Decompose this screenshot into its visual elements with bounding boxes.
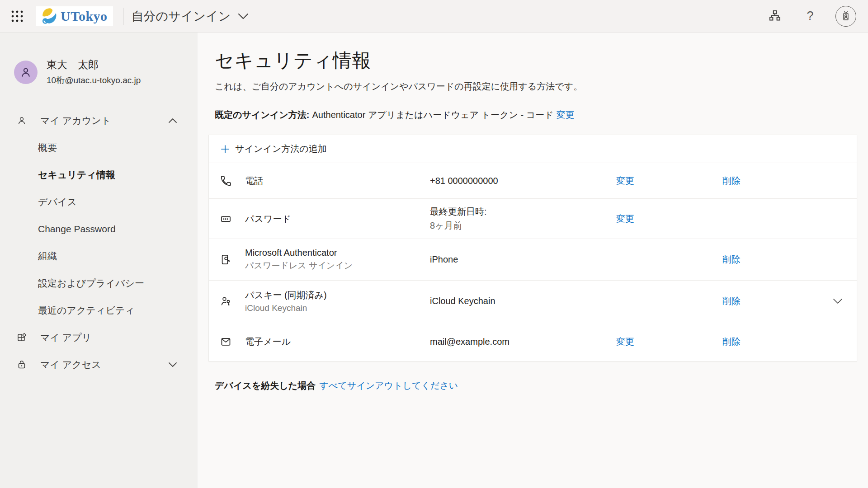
chevron-down-icon	[238, 13, 249, 19]
method-row-passkey: パスキー (同期済み) iCloud Keychain iCloud Keych…	[209, 281, 857, 322]
password-icon	[220, 213, 245, 225]
sidebar-item-label: マイ アプリ	[40, 331, 91, 344]
sidebar-item-my-account[interactable]: マイ アカウント	[0, 107, 198, 134]
sidebar-item-my-apps[interactable]: マイ アプリ	[0, 324, 198, 351]
chevron-up-icon[interactable]	[168, 118, 177, 123]
sidebar-item-recent-activity[interactable]: 最近のアクティビティ	[0, 297, 198, 324]
sidebar-item-overview[interactable]: 概要	[0, 134, 198, 161]
apps-icon	[16, 332, 28, 343]
account-avatar-button[interactable]	[835, 6, 856, 27]
sidebar-item-settings-privacy[interactable]: 設定およびプライバシー	[0, 270, 198, 297]
sign-out-everywhere-link[interactable]: すべてサインアウトしてください	[319, 380, 458, 392]
sidebar: 東大 太郎 10桁@utac.u-tokyo.ac.jp マイ アカウント	[0, 33, 198, 488]
chevron-down-icon	[833, 298, 843, 304]
email-icon	[220, 336, 245, 348]
topbar-divider	[123, 8, 123, 25]
id-badge-icon	[840, 10, 852, 23]
ginkgo-leaf-icon	[40, 7, 59, 26]
method-value-line2: 8ヶ月前	[430, 220, 616, 232]
sidebar-item-security-info[interactable]: セキュリティ情報	[0, 161, 198, 188]
method-label: 電話	[245, 175, 430, 187]
user-name: 東大 太郎	[47, 58, 141, 72]
delete-link[interactable]: 削除	[722, 337, 741, 347]
sidebar-item-label: デバイス	[38, 196, 77, 208]
delete-link[interactable]: 削除	[722, 176, 741, 186]
utokyo-logo[interactable]: UTokyo	[36, 6, 113, 26]
method-value: mail@example.com	[430, 337, 616, 347]
logo-text: UTokyo	[61, 9, 108, 24]
method-row-password: パスワード 最終更新日時: 8ヶ月前 変更	[209, 199, 857, 239]
sidebar-nav: マイ アカウント 概要 セキュリティ情報 デバイス Change Passwor…	[0, 107, 198, 378]
page-subtitle: これは、ご自分のアカウントへのサインインやパスワードの再設定に使用する方法です。	[215, 80, 857, 93]
sidebar-item-label: セキュリティ情報	[38, 169, 115, 181]
method-row-phone: 電話 +81 0000000000 変更 削除	[209, 163, 857, 199]
help-icon: ?	[807, 9, 813, 23]
method-value: iPhone	[430, 254, 616, 265]
user-meta: 東大 太郎 10桁@utac.u-tokyo.ac.jp	[47, 58, 141, 86]
sidebar-item-label: 概要	[38, 141, 57, 154]
sitemap-icon	[767, 9, 783, 24]
topbar-actions: ?	[765, 6, 856, 27]
waffle-icon	[10, 9, 24, 23]
phone-icon	[220, 175, 245, 187]
method-label: パスキー (同期済み)	[245, 289, 430, 301]
lost-device-label: デバイスを紛失した場合	[215, 380, 316, 392]
app-launcher-icon[interactable]	[8, 7, 26, 25]
default-method-label: 既定のサインイン方法:	[215, 109, 309, 121]
expand-row-button[interactable]	[829, 298, 847, 304]
method-label: パスワード	[245, 213, 430, 225]
main-content: セキュリティ情報 これは、ご自分のアカウントへのサインインやパスワードの再設定に…	[198, 33, 868, 488]
sidebar-item-label: マイ アクセス	[40, 358, 101, 371]
method-label: 電子メール	[245, 336, 430, 348]
organization-button[interactable]	[765, 6, 785, 26]
lost-device-section: デバイスを紛失した場合 すべてサインアウトしてください	[215, 380, 857, 392]
method-value: +81 0000000000	[430, 176, 616, 186]
sidebar-item-my-access[interactable]: マイ アクセス	[0, 351, 198, 378]
page-switcher[interactable]: 自分のサインイン	[132, 8, 249, 24]
default-method-change-link[interactable]: 変更	[557, 109, 575, 121]
method-label: Microsoft Authenticator	[245, 248, 430, 258]
method-row-email: 電子メール mail@example.com 変更 削除	[209, 322, 857, 361]
add-method-label: サインイン方法の追加	[235, 143, 327, 155]
method-sublabel: iCloud Keychain	[245, 303, 430, 313]
page-switcher-label: 自分のサインイン	[132, 8, 231, 24]
authenticator-icon	[220, 253, 245, 266]
default-signin-method: 既定のサインイン方法: Authenticator アプリまたはハードウェア ト…	[215, 109, 857, 121]
plus-icon	[220, 144, 231, 155]
sidebar-item-label: Change Password	[38, 224, 116, 235]
page-title: セキュリティ情報	[215, 48, 857, 73]
sidebar-item-organizations[interactable]: 組織	[0, 243, 198, 270]
sidebar-item-change-password[interactable]: Change Password	[0, 216, 198, 243]
sidebar-item-label: マイ アカウント	[40, 114, 111, 127]
method-sublabel: パスワードレス サインイン	[245, 260, 430, 272]
person-icon	[16, 115, 28, 126]
change-link[interactable]: 変更	[616, 214, 634, 224]
delete-link[interactable]: 削除	[722, 254, 741, 264]
sidebar-item-label: 設定およびプライバシー	[38, 277, 144, 290]
method-row-authenticator: Microsoft Authenticator パスワードレス サインイン iP…	[209, 239, 857, 281]
add-signin-method-button[interactable]: サインイン方法の追加	[209, 135, 857, 163]
chevron-down-icon[interactable]	[168, 362, 177, 367]
user-profile: 東大 太郎 10桁@utac.u-tokyo.ac.jp	[0, 58, 198, 86]
user-email: 10桁@utac.u-tokyo.ac.jp	[47, 75, 141, 86]
person-icon	[19, 66, 33, 79]
method-value-line1: 最終更新日時:	[430, 206, 616, 218]
sidebar-item-label: 組織	[38, 250, 57, 263]
method-value: iCloud Keychain	[430, 296, 616, 306]
help-button[interactable]: ?	[800, 6, 820, 26]
delete-link[interactable]: 削除	[722, 296, 741, 306]
signin-methods-card: サインイン方法の追加 電話 +81 0000000000 変更 削除	[208, 135, 857, 361]
passkey-icon	[220, 295, 245, 307]
default-method-value: Authenticator アプリまたはハードウェア トークン - コード	[312, 109, 553, 121]
sidebar-item-devices[interactable]: デバイス	[0, 188, 198, 216]
change-link[interactable]: 変更	[616, 176, 634, 186]
top-bar: UTokyo 自分のサインイン ?	[0, 0, 868, 33]
user-avatar[interactable]	[14, 61, 38, 84]
lock-icon	[16, 359, 28, 370]
change-link[interactable]: 変更	[616, 337, 634, 347]
sidebar-item-label: 最近のアクティビティ	[38, 304, 135, 317]
